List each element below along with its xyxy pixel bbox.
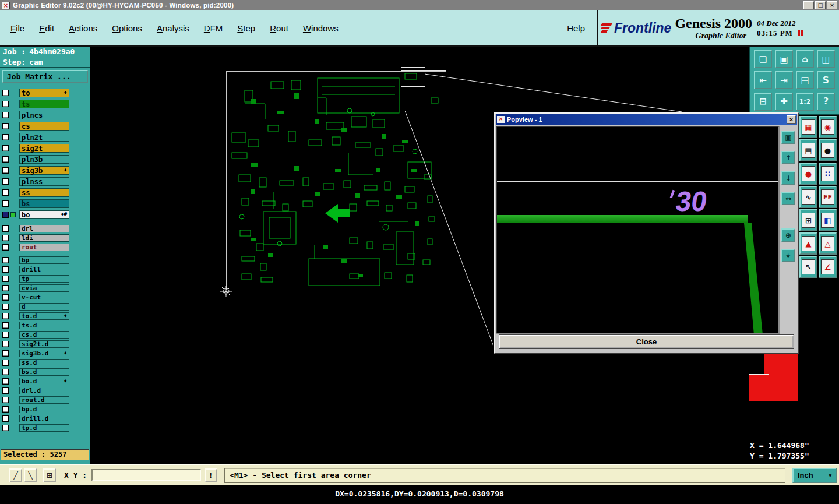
layer-row-d[interactable]: d — [0, 302, 90, 311]
layer-name-box[interactable]: sig2t.d — [19, 340, 69, 348]
layer-row-tp.d[interactable]: tp.d — [0, 423, 90, 432]
home-view-button[interactable]: ⌂ — [796, 50, 814, 68]
layer-visibility-checkbox[interactable] — [2, 350, 9, 357]
popview-center-button[interactable]: ⌖ — [781, 249, 795, 262]
menu-rout[interactable]: Rout — [270, 23, 288, 33]
layer-row-to[interactable]: to ♦ — [0, 87, 90, 98]
close-button[interactable]: × — [827, 1, 837, 9]
layer-name-box[interactable]: ss.d — [19, 359, 69, 366]
layer-name-box[interactable]: ss — [19, 188, 69, 197]
popview-viewport[interactable]: 30 — [496, 126, 780, 334]
layer-visibility-checkbox[interactable] — [2, 276, 9, 282]
layer-visibility-checkbox[interactable] — [2, 285, 9, 291]
layer-name-box[interactable]: drill — [19, 266, 69, 273]
menu-dfm[interactable]: DFM — [204, 23, 223, 33]
split-view-button[interactable]: ◫ — [817, 50, 835, 68]
layer-visibility-checkbox[interactable] — [2, 235, 9, 241]
layer-row-tp[interactable]: tp — [0, 274, 90, 283]
layer-row-sig3b.d[interactable]: sig3b.d ♦ — [0, 348, 90, 358]
layer-name-box[interactable]: sig3b ♦ — [19, 166, 69, 175]
layer-name-box[interactable]: cvia — [19, 284, 69, 292]
layer-visibility-checkbox[interactable] — [2, 123, 9, 129]
layer-name-box[interactable]: pln3b — [19, 155, 69, 164]
layer-row-ts[interactable]: ts — [0, 98, 90, 110]
layer-name-box[interactable]: d — [19, 303, 69, 311]
pan-right-button[interactable]: ⇥ — [775, 71, 793, 89]
layer-name-box[interactable]: bp — [19, 256, 69, 264]
dot-feature-button[interactable]: ● — [819, 139, 837, 161]
layer-visibility-checkbox[interactable] — [2, 294, 9, 301]
alert-button[interactable]: ! — [205, 468, 217, 482]
layer-visibility-checkbox[interactable] — [2, 406, 9, 413]
layer-name-box[interactable]: drl — [19, 225, 69, 232]
pan-left-button[interactable]: ⇤ — [754, 71, 772, 89]
layer-row-bs.d[interactable]: bs.d — [0, 367, 90, 376]
layer-row-cs.d[interactable]: cs.d — [0, 330, 90, 339]
ff-tool-button[interactable]: FF — [819, 186, 837, 208]
layer-name-box[interactable]: tp — [19, 275, 69, 283]
layer-row-rout.d[interactable]: rout.d — [0, 395, 90, 404]
layer-name-box[interactable]: ldi — [19, 234, 69, 242]
menu-edit[interactable]: Edit — [39, 23, 54, 33]
layer-name-box[interactable]: bs — [19, 199, 69, 208]
layer-visibility-checkbox[interactable] — [2, 266, 9, 273]
layer-row-plnss[interactable]: plnss — [0, 176, 90, 187]
help-tool-button[interactable]: ? — [817, 93, 835, 111]
layer-visibility-checkbox[interactable] — [2, 397, 9, 403]
layer-visibility-checkbox[interactable] — [2, 189, 9, 196]
layer-visibility-checkbox[interactable] — [2, 369, 9, 375]
layer-row-drill.d[interactable]: drill.d — [0, 414, 90, 423]
layer-visibility-checkbox[interactable] — [2, 304, 9, 310]
menu-step[interactable]: Step — [237, 23, 255, 33]
layer-name-box[interactable]: tp.d — [19, 424, 69, 432]
layer-name-box[interactable]: drl.d — [19, 387, 69, 394]
layer-name-box[interactable]: sig2t — [19, 144, 69, 153]
layer-row-bs[interactable]: bs — [0, 198, 90, 209]
layer-visibility-checkbox[interactable] — [2, 244, 9, 251]
layer-row-ldi[interactable]: ldi — [0, 233, 90, 242]
layer-visibility-checkbox[interactable] — [2, 225, 9, 232]
layer-row-cvia[interactable]: cvia — [0, 283, 90, 292]
menu-actions[interactable]: Actions — [69, 23, 97, 33]
layer-name-box[interactable]: pln2t — [19, 133, 69, 142]
angle-measure-button[interactable]: ∠ — [819, 256, 837, 278]
layer-row-sig3b[interactable]: sig3b ♦ — [0, 165, 90, 176]
layer-visibility-checkbox[interactable] — [2, 387, 9, 394]
zoom-1-2-button[interactable]: 1:2 — [796, 93, 814, 111]
layer-name-box[interactable]: to.d ♦ — [19, 312, 69, 320]
tile-view-button[interactable]: ⊟ — [754, 93, 772, 111]
layer-row-drl[interactable]: drl — [0, 224, 90, 233]
popview-window-button[interactable]: ▣ — [781, 131, 795, 144]
net-trace-button[interactable]: ◉ — [819, 116, 837, 138]
layer-visibility-checkbox[interactable] — [2, 90, 9, 96]
grid-plus-button[interactable]: ⊞ — [799, 209, 817, 231]
layer-visibility-checkbox[interactable] — [2, 200, 9, 207]
layer-visibility-checkbox[interactable] — [2, 313, 9, 319]
layer-visibility-checkbox[interactable] — [2, 415, 9, 422]
layer-visibility-checkbox[interactable] — [2, 332, 9, 338]
xy-input[interactable] — [91, 469, 201, 481]
copy-window-button[interactable]: ❏ — [754, 50, 772, 68]
layer-visibility-checkbox[interactable] — [2, 134, 9, 140]
s-shape-tool-button[interactable]: S — [817, 71, 835, 89]
dfm-alert-button[interactable]: ▲ — [799, 232, 817, 255]
layer-row-bp.d[interactable]: bp.d — [0, 404, 90, 414]
layer-row-v-cut[interactable]: v-cut — [0, 292, 90, 302]
layer-name-box[interactable]: ts — [19, 100, 69, 108]
curve-tool-button[interactable]: ∿ — [799, 186, 817, 208]
layer-row-bo[interactable]: bo ♦# — [0, 209, 90, 220]
grid-toggle-button[interactable]: ⊞ — [43, 468, 56, 482]
layer-row-ss.d[interactable]: ss.d — [0, 358, 90, 367]
layer-row-rout[interactable]: rout — [0, 242, 90, 252]
layer-row-bp[interactable]: bp — [0, 255, 90, 265]
layer-name-box[interactable]: sig3b.d ♦ — [19, 350, 69, 357]
layer-visibility-checkbox[interactable] — [2, 378, 9, 385]
popview-pan-down-button[interactable]: ↓ — [781, 171, 795, 185]
layer-row-drill[interactable]: drill — [0, 265, 90, 274]
line-snap-button[interactable]: ╱ — [9, 468, 22, 482]
menu-file[interactable]: File — [10, 23, 24, 33]
menu-analysis[interactable]: Analysis — [157, 23, 189, 33]
pad-grid-button[interactable]: ▦ — [799, 116, 817, 138]
layer-visibility-checkbox[interactable] — [2, 212, 9, 218]
layer-name-box[interactable]: cs — [19, 122, 69, 131]
